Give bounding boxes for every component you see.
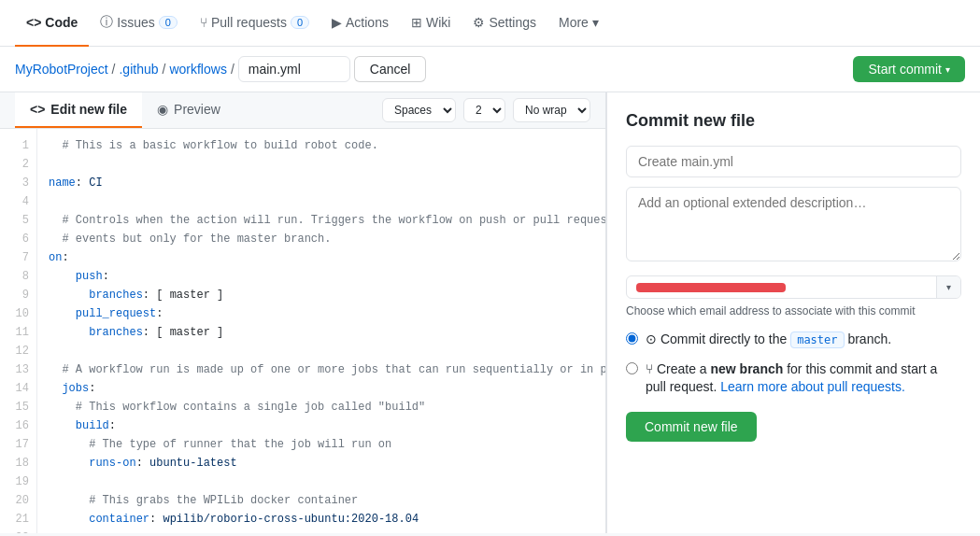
- radio-new-branch[interactable]: ⑂ Create a new branch for this commit an…: [626, 360, 961, 397]
- nav-pull-requests[interactable]: ⑂ Pull requests 0: [189, 0, 320, 47]
- breadcrumb-github[interactable]: .github: [119, 62, 158, 77]
- nav-wiki-label: Wiki: [426, 15, 450, 30]
- preview-icon: ◉: [157, 102, 168, 117]
- issues-icon: ⓘ: [100, 14, 113, 31]
- preview-tab-label: Preview: [174, 102, 220, 117]
- nav-settings-label: Settings: [489, 15, 536, 30]
- nav-actions-label: Actions: [346, 15, 389, 30]
- breadcrumb-sep3: /: [231, 62, 234, 77]
- email-select-chevron-icon: ▾: [936, 276, 960, 298]
- branch-badge: master: [790, 331, 844, 348]
- actions-icon: ▶: [332, 15, 342, 30]
- start-commit-chevron: ▾: [945, 64, 950, 75]
- radio-new-branch-pull-text: pull request.: [646, 379, 720, 394]
- code-editor[interactable]: # This is a basic workflow to build robo…: [37, 129, 605, 533]
- commit-panel: Commit new file ▾ Choose which email add…: [606, 92, 980, 533]
- nav-code[interactable]: <> Code: [15, 0, 89, 47]
- radio-new-branch-icon: ⑂: [646, 361, 657, 376]
- wrap-select[interactable]: No wrap: [513, 98, 590, 122]
- nav-pull-requests-label: Pull requests: [211, 15, 287, 30]
- more-chevron-icon: ▾: [592, 15, 599, 30]
- tab-preview[interactable]: ◉ Preview: [142, 92, 235, 128]
- radio-direct-branch[interactable]: ⊙ Commit directly to the master branch.: [626, 331, 961, 349]
- commit-new-file-button[interactable]: Commit new file: [626, 412, 757, 442]
- breadcrumb-project[interactable]: MyRobotProject: [15, 62, 108, 77]
- learn-more-link[interactable]: Learn more about pull requests.: [720, 379, 905, 394]
- wiki-icon: ⊞: [411, 15, 422, 30]
- breadcrumb: MyRobotProject / .github / workflows / C…: [15, 56, 426, 82]
- main-area: <> Edit new file ◉ Preview Spaces 2 No w…: [0, 92, 980, 533]
- pull-request-icon: ⑂: [200, 15, 207, 30]
- issues-badge: 0: [159, 16, 178, 29]
- email-select-container: ▾: [626, 275, 961, 299]
- editor-panel: <> Edit new file ◉ Preview Spaces 2 No w…: [0, 92, 606, 533]
- start-commit-label: Start commit: [868, 62, 942, 77]
- email-hint: Choose which email address to associate …: [626, 304, 961, 317]
- nav-wiki[interactable]: ⊞ Wiki: [400, 0, 462, 47]
- nav-actions[interactable]: ▶ Actions: [320, 0, 400, 47]
- radio-direct-label: ⊙ Commit directly to the master branch.: [646, 331, 891, 349]
- radio-new-branch-text: Create a: [657, 361, 711, 376]
- cancel-button[interactable]: Cancel: [354, 56, 427, 82]
- settings-icon: ⚙: [473, 15, 485, 30]
- radio-new-branch-suffix: for this commit and start a: [787, 361, 937, 376]
- tab-edit-new-file[interactable]: <> Edit new file: [15, 92, 142, 128]
- radio-new-branch-input[interactable]: [626, 362, 638, 374]
- edit-tab-label: Edit new file: [50, 102, 127, 117]
- nav-issues[interactable]: ⓘ Issues 0: [89, 0, 189, 47]
- indent-size-select[interactable]: 2: [463, 98, 505, 122]
- nav-more-label: More: [559, 15, 589, 30]
- radio-new-branch-label: ⑂ Create a new branch for this commit an…: [646, 360, 937, 397]
- email-redacted-bar: [636, 283, 786, 292]
- pull-requests-badge: 0: [291, 16, 309, 29]
- breadcrumb-workflows[interactable]: workflows: [169, 62, 226, 77]
- nav-code-label: Code: [45, 15, 78, 30]
- top-navigation: <> Code ⓘ Issues 0 ⑂ Pull requests 0 ▶ A…: [0, 0, 980, 47]
- nav-issues-label: Issues: [117, 15, 154, 30]
- editor-toolbar: <> Edit new file ◉ Preview Spaces 2 No w…: [0, 92, 605, 129]
- commit-message-input[interactable]: [626, 146, 961, 177]
- nav-settings[interactable]: ⚙ Settings: [462, 0, 547, 47]
- radio-group: ⊙ Commit directly to the master branch. …: [626, 331, 961, 397]
- breadcrumb-sep2: /: [163, 62, 166, 77]
- radio-new-branch-bold: new branch: [710, 361, 783, 376]
- filename-input[interactable]: [238, 56, 350, 82]
- breadcrumb-sep1: /: [112, 62, 116, 77]
- radio-direct-text: ⊙ Commit directly to the: [646, 331, 790, 346]
- breadcrumb-bar: MyRobotProject / .github / workflows / C…: [0, 47, 980, 92]
- code-icon: <>: [26, 15, 41, 30]
- editor-options: Spaces 2 No wrap: [382, 98, 590, 122]
- radio-direct-input[interactable]: [626, 332, 638, 345]
- editor-body[interactable]: 12345 678910 1112131415 1617181920 2122 …: [0, 129, 605, 533]
- edit-icon: <>: [30, 102, 45, 117]
- commit-description-input[interactable]: [626, 187, 961, 261]
- commit-panel-title: Commit new file: [626, 111, 961, 131]
- start-commit-button[interactable]: Start commit ▾: [853, 56, 965, 82]
- radio-direct-suffix: branch.: [847, 331, 891, 346]
- line-numbers: 12345 678910 1112131415 1617181920 2122: [0, 129, 37, 533]
- nav-more[interactable]: More ▾: [547, 0, 610, 47]
- indent-type-select[interactable]: Spaces: [382, 98, 456, 122]
